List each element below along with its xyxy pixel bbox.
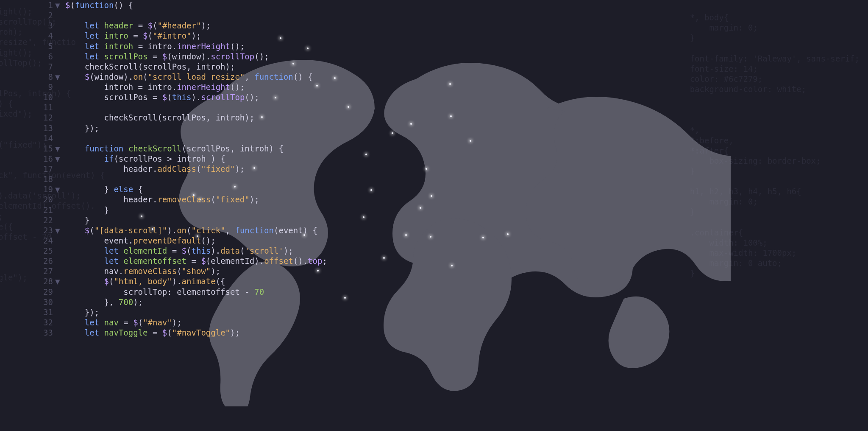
code-line[interactable]: header.addClass("fixed"); [65, 164, 327, 174]
line-number: 22 [0, 215, 59, 225]
code-line[interactable] [65, 174, 327, 184]
line-number: 2 [0, 10, 59, 20]
line-number: 9 [0, 82, 59, 92]
line-number: 3 [0, 20, 59, 31]
line-number: 12 [0, 112, 59, 123]
line-number: 17 [0, 164, 59, 174]
line-number: 25 [0, 246, 59, 256]
code-line[interactable]: }); [65, 123, 327, 133]
line-number: 32 [0, 317, 59, 327]
code-line[interactable]: scrollPos = $(this).scrollTop(); [65, 92, 327, 102]
line-number: 28▼ [0, 276, 59, 286]
code-line[interactable]: $(function() { [65, 0, 327, 10]
map-dot [405, 234, 407, 236]
code-line[interactable]: } [65, 205, 327, 215]
code-line[interactable]: let intro = $("#intro"); [65, 31, 327, 41]
map-dot [344, 297, 346, 299]
line-number: 27 [0, 266, 59, 276]
code-editor[interactable]: 1▼2345678▼9101112131415▼16▼171819▼202122… [0, 0, 327, 338]
code-line[interactable]: checkScroll(scrollPos, introh); [65, 62, 327, 72]
code-line[interactable]: checkScroll(scrollPos, introh); [65, 112, 327, 123]
map-dot [426, 168, 427, 170]
line-number: 4 [0, 31, 59, 41]
line-number: 16▼ [0, 154, 59, 164]
line-number: 1▼ [0, 0, 59, 10]
code-line[interactable]: event.preventDefault(); [65, 235, 327, 246]
code-line[interactable]: if(scrollPos > introh ) { [65, 154, 327, 164]
map-dot [507, 233, 509, 235]
code-line[interactable]: let elementoffset = $(elementId).offset(… [65, 256, 327, 266]
map-dot [430, 236, 431, 238]
code-line[interactable]: scrollTop: elementoffset - 70 [65, 287, 327, 297]
line-number: 30 [0, 297, 59, 307]
line-number: 19▼ [0, 184, 59, 194]
line-number: 31 [0, 307, 59, 317]
code-line[interactable]: introh = intro.innerHeight(); [65, 82, 327, 92]
line-number: 24 [0, 235, 59, 246]
code-line[interactable] [65, 133, 327, 143]
map-dot [470, 140, 471, 142]
line-number: 29 [0, 287, 59, 297]
code-line[interactable]: let header = $("#header"); [65, 20, 327, 31]
code-line[interactable]: header.removeClass("fixed"); [65, 194, 327, 204]
code-line[interactable] [65, 10, 327, 20]
line-number: 10 [0, 92, 59, 102]
map-dot [449, 83, 451, 85]
line-number: 8▼ [0, 72, 59, 82]
map-dot [348, 106, 349, 108]
code-area[interactable]: $(function() { let header = $("#header")… [65, 0, 327, 338]
map-dot [383, 257, 385, 259]
map-dot [392, 132, 393, 134]
line-number: 11 [0, 102, 59, 112]
code-line[interactable]: let scrollPos = $(window).scrollTop(); [65, 51, 327, 62]
code-line[interactable]: $("html, body").animate({ [65, 276, 327, 286]
code-line[interactable]: }, 700); [65, 297, 327, 307]
code-line[interactable]: let navToggle = $("#navToggle"); [65, 327, 327, 338]
line-number: 23▼ [0, 225, 59, 235]
line-number: 20 [0, 194, 59, 204]
map-dot [420, 207, 421, 209]
code-line[interactable]: let nav = $("#nav"); [65, 317, 327, 327]
code-line[interactable]: $(window).on("scroll load resize", funct… [65, 72, 327, 82]
map-dot [334, 77, 336, 79]
map-dot [410, 123, 412, 125]
code-line[interactable]: let introh = intro.innerHeight(); [65, 41, 327, 51]
map-dot [431, 195, 432, 197]
line-number: 33 [0, 327, 59, 338]
line-number: 13 [0, 123, 59, 133]
code-line[interactable]: $("[data-scroll]").on("click", function(… [65, 225, 327, 235]
line-number: 14 [0, 133, 59, 143]
code-line[interactable]: } [65, 215, 327, 225]
code-line[interactable]: }); [65, 307, 327, 317]
code-line[interactable]: } else { [65, 184, 327, 194]
code-line[interactable]: nav.removeClass("show"); [65, 266, 327, 276]
map-dot [482, 237, 484, 238]
code-line[interactable]: let elementId = $(this).data('scroll'); [65, 246, 327, 256]
line-number: 7 [0, 62, 59, 72]
line-number: 18 [0, 174, 59, 184]
line-number-gutter: 1▼2345678▼9101112131415▼16▼171819▼202122… [0, 0, 65, 338]
line-number: 6 [0, 51, 59, 62]
line-number: 26 [0, 256, 59, 266]
line-number: 21 [0, 205, 59, 215]
background-code-right: *, body{ margin: 0; } font-family: 'Rale… [690, 12, 860, 278]
code-line[interactable] [65, 102, 327, 112]
map-dot [451, 265, 453, 266]
map-dot [365, 154, 367, 155]
line-number: 15▼ [0, 143, 59, 154]
code-line[interactable]: function checkScroll(scrollPos, introh) … [65, 143, 327, 154]
map-dot [370, 189, 372, 191]
line-number: 5 [0, 41, 59, 51]
map-dot [363, 216, 364, 218]
map-dot [450, 115, 452, 117]
